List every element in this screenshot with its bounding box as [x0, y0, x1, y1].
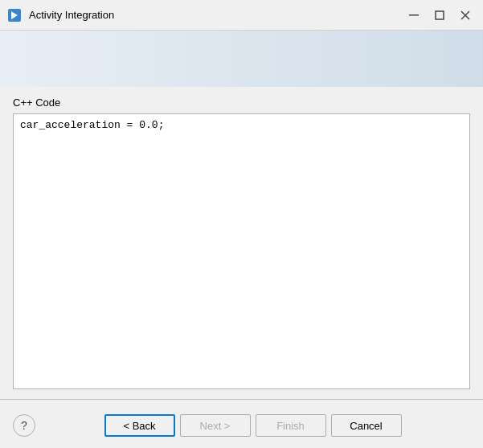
app-icon: [6, 7, 23, 23]
svg-rect-2: [409, 14, 419, 16]
window-title: Activity Integration: [29, 9, 403, 21]
dialog-body: C++ Code: [0, 87, 483, 399]
dialog-footer: ? < Back Next > Finish Cancel: [0, 406, 483, 448]
maximize-button[interactable]: [428, 6, 451, 25]
section-label: C++ Code: [13, 97, 470, 109]
help-button[interactable]: ?: [13, 414, 35, 437]
cancel-button[interactable]: Cancel: [331, 414, 402, 437]
minimize-button[interactable]: [403, 6, 425, 25]
finish-button[interactable]: Finish: [256, 414, 326, 437]
close-button[interactable]: [454, 6, 477, 25]
svg-rect-3: [436, 11, 444, 19]
title-bar: Activity Integration: [0, 0, 483, 31]
footer-separator: [0, 399, 483, 400]
footer-buttons: < Back Next > Finish Cancel: [35, 414, 470, 437]
code-area-container: [13, 113, 470, 389]
next-button[interactable]: Next >: [180, 414, 251, 437]
code-editor[interactable]: [14, 114, 469, 388]
wizard-banner: [0, 31, 483, 87]
window-controls: [403, 6, 477, 25]
back-button[interactable]: < Back: [104, 414, 175, 437]
